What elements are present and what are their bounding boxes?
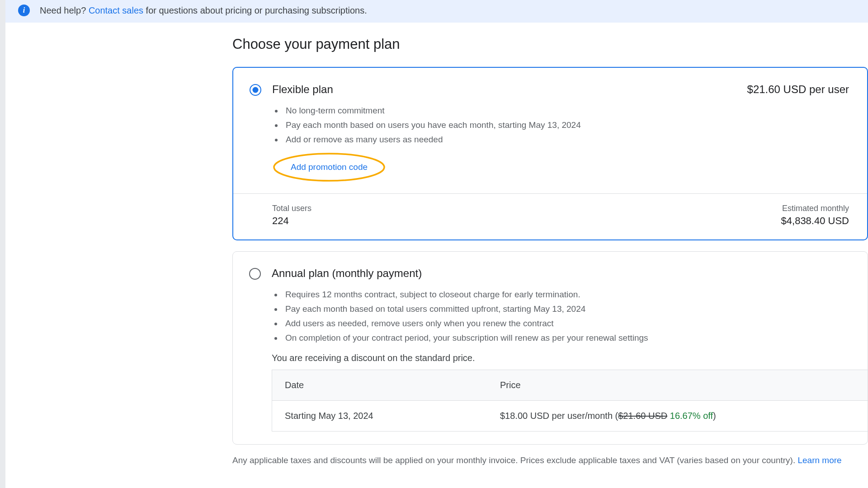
price-close: ) [713, 411, 716, 421]
price-main: $18.00 USD per user/month ( [500, 411, 618, 421]
tax-footer: Any applicable taxes and discounts will … [232, 455, 861, 465]
help-suffix: for questions about pricing or purchasin… [143, 5, 367, 15]
plan-list: Flexible plan $21.60 USD per user No lon… [232, 67, 868, 445]
promo-highlight: Add promotion code [270, 152, 388, 183]
add-promotion-code-link[interactable]: Add promotion code [291, 162, 368, 172]
estimated-cost-block: Estimated monthly $4,838.40 USD [781, 204, 849, 227]
feature-item: Add or remove as many users as needed [283, 135, 867, 145]
help-banner: i Need help? Contact sales for questions… [5, 0, 868, 23]
feature-item: Pay each month based on users you have e… [283, 120, 867, 130]
radio-annual[interactable] [249, 268, 261, 280]
left-gutter [0, 0, 5, 488]
price-discount-pct: 16.67% off [667, 411, 713, 421]
help-text: Need help? Contact sales for questions a… [40, 5, 367, 16]
price-table: Date Price Starting May 13, 2024 $18.00 … [272, 370, 868, 432]
tax-text: Any applicable taxes and discounts will … [232, 455, 797, 465]
contact-sales-link[interactable]: Contact sales [89, 5, 143, 15]
estimated-cost-value: $4,838.40 USD [781, 215, 849, 227]
feature-item: Pay each month based on total users comm… [283, 304, 868, 314]
discount-note: You are receiving a discount on the stan… [272, 353, 868, 363]
col-header-date: Date [272, 370, 487, 400]
price-strike: $21.60 USD [618, 411, 667, 421]
page-title: Choose your payment plan [232, 36, 868, 52]
total-users-value: 224 [272, 215, 311, 227]
cell-price: $18.00 USD per user/month ($21.60 USD 16… [487, 401, 729, 431]
estimated-cost-label: Estimated monthly [781, 204, 849, 213]
info-icon: i [18, 5, 30, 16]
feature-item: Requires 12 months contract, subject to … [283, 290, 868, 300]
plan-header: Flexible plan $21.60 USD per user [233, 68, 867, 96]
col-header-price: Price [487, 370, 533, 400]
price-table-header: Date Price [272, 370, 868, 401]
plan-card-annual[interactable]: Annual plan (monthly payment) Requires 1… [232, 251, 868, 445]
feature-item: Add users as needed, remove users only w… [283, 319, 868, 328]
feature-item: No long-term commitment [283, 106, 867, 116]
radio-flexible[interactable] [250, 84, 261, 96]
price-table-row: Starting May 13, 2024 $18.00 USD per use… [272, 401, 868, 431]
plan-name: Annual plan (monthly payment) [272, 267, 849, 280]
plan-summary: Total users 224 Estimated monthly $4,838… [233, 193, 867, 239]
help-prefix: Need help? [40, 5, 89, 15]
feature-item: On completion of your contract period, y… [283, 333, 868, 343]
plan-name: Flexible plan [272, 83, 747, 96]
learn-more-link[interactable]: Learn more [797, 455, 841, 465]
plan-header: Annual plan (monthly payment) [233, 252, 868, 280]
total-users-block: Total users 224 [272, 204, 311, 227]
plan-features: No long-term commitment Pay each month b… [283, 106, 867, 145]
plan-card-flexible[interactable]: Flexible plan $21.60 USD per user No lon… [232, 67, 868, 240]
plan-price: $21.60 USD per user [747, 83, 849, 96]
cell-date: Starting May 13, 2024 [272, 401, 487, 431]
total-users-label: Total users [272, 204, 311, 213]
plan-features: Requires 12 months contract, subject to … [283, 290, 868, 343]
